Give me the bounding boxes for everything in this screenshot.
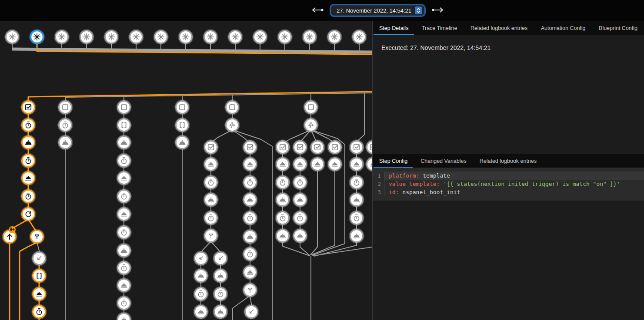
- graph-node-service-call-icon[interactable]: [310, 157, 325, 172]
- tab-step-config[interactable]: Step Config: [373, 154, 414, 168]
- graph-node-timer-icon[interactable]: [117, 225, 131, 240]
- graph-node-service-call-icon[interactable]: [32, 287, 47, 301]
- graph-node-timer-icon[interactable]: [214, 287, 228, 301]
- graph-node-code-brackets-icon[interactable]: [32, 269, 47, 283]
- graph-node-service-call-icon[interactable]: [243, 193, 257, 207]
- graph-node-code-brackets-icon[interactable]: [175, 118, 190, 132]
- graph-node-timer-icon[interactable]: [21, 154, 36, 168]
- graph-node-trigger-asterisk-icon[interactable]: [327, 30, 342, 44]
- graph-node-service-call-icon[interactable]: [117, 207, 131, 221]
- graph-node-service-call-icon[interactable]: [350, 157, 364, 172]
- graph-node-condition-checked-icon[interactable]: [276, 140, 290, 155]
- graph-node-checkbox-blank-icon[interactable]: [58, 100, 73, 115]
- graph-node-timer-icon[interactable]: [117, 261, 131, 275]
- graph-node-timer-icon[interactable]: [276, 175, 290, 190]
- graph-node-checkbox-blank-icon[interactable]: [304, 100, 318, 115]
- tab-related-logbook-entries[interactable]: Related logbook entries: [464, 21, 534, 35]
- graph-node-service-call-icon[interactable]: [214, 305, 228, 319]
- graph-node-timer-icon[interactable]: [117, 296, 131, 310]
- graph-node-service-call-icon[interactable]: [276, 157, 290, 172]
- graph-node-timer-icon[interactable]: [350, 175, 364, 190]
- graph-node-service-call-icon[interactable]: [366, 157, 373, 172]
- graph-node-trigger-asterisk-icon[interactable]: [352, 30, 367, 44]
- graph-node-trigger-asterisk-icon[interactable]: [154, 30, 168, 44]
- graph-node-timer-icon[interactable]: [243, 175, 257, 190]
- graph-node-timer-icon[interactable]: [293, 175, 307, 190]
- graph-node-service-call-icon[interactable]: [276, 229, 290, 243]
- graph-node-service-call-icon[interactable]: [328, 157, 342, 172]
- graph-node-service-call-icon[interactable]: [117, 244, 131, 258]
- graph-node-service-call-icon[interactable]: [293, 193, 307, 207]
- graph-node-condition-checked-icon[interactable]: [350, 140, 364, 155]
- graph-node-arrow-bottom-left-icon[interactable]: [32, 251, 47, 266]
- tab-step-details[interactable]: Step Details: [373, 21, 415, 35]
- graph-node-service-call-icon[interactable]: [243, 230, 257, 244]
- graph-node-call-split-icon[interactable]: [243, 283, 257, 297]
- graph-node-arrow-up-icon[interactable]: 9+: [3, 226, 17, 244]
- graph-node-condition-checked-icon[interactable]: [293, 140, 307, 155]
- graph-node-service-call-icon[interactable]: [175, 135, 190, 150]
- graph-node-service-call-icon[interactable]: [204, 157, 218, 172]
- graph-node-condition-checked-icon[interactable]: [204, 140, 218, 155]
- tab-related-logbook-entries[interactable]: Related logbook entries: [473, 154, 543, 168]
- graph-node-service-call-icon[interactable]: [276, 193, 290, 207]
- graph-node-service-call-icon[interactable]: [21, 135, 36, 150]
- graph-node-repeat-icon[interactable]: [21, 207, 36, 221]
- graph-node-service-call-icon[interactable]: [293, 229, 307, 243]
- graph-node-service-call-icon[interactable]: [58, 135, 73, 150]
- graph-node-checkbox-blank-icon[interactable]: [225, 100, 240, 115]
- graph-node-timer-icon[interactable]: [204, 211, 218, 225]
- graph-node-trigger-asterisk-icon[interactable]: [253, 30, 267, 44]
- graph-node-trigger-asterisk-icon[interactable]: [80, 30, 94, 44]
- tab-changed-variables[interactable]: Changed Variables: [414, 154, 473, 168]
- graph-node-condition-checked-icon[interactable]: [243, 140, 257, 155]
- graph-node-timer-icon[interactable]: [58, 118, 73, 132]
- graph-node-timer-icon[interactable]: [350, 211, 364, 225]
- graph-node-trigger-asterisk-icon[interactable]: [55, 30, 69, 44]
- graph-node-choose-icon[interactable]: [304, 118, 318, 132]
- graph-node-condition-checked-icon[interactable]: [328, 140, 342, 155]
- older-trace-button[interactable]: [310, 6, 325, 16]
- newer-trace-button[interactable]: [430, 6, 446, 16]
- trace-run-select[interactable]: 27. November 2022, 14:54:21: [331, 5, 424, 16]
- graph-node-trigger-asterisk-icon[interactable]: [228, 30, 243, 44]
- graph-node-code-brackets-icon[interactable]: [117, 118, 131, 132]
- graph-node-arrow-bottom-left-icon[interactable]: [214, 251, 228, 266]
- graph-node-service-call-icon[interactable]: [117, 313, 131, 320]
- graph-node-service-call-icon[interactable]: [350, 229, 364, 243]
- tab-blueprint-config[interactable]: Blueprint Config: [592, 21, 644, 35]
- graph-node-timer-icon[interactable]: [32, 305, 47, 319]
- graph-node-service-call-icon[interactable]: [21, 171, 36, 185]
- graph-node-trigger-asterisk-icon[interactable]: [303, 30, 317, 44]
- graph-node-timer-icon[interactable]: [293, 211, 307, 225]
- graph-node-timer-icon[interactable]: [21, 118, 36, 132]
- graph-node-trigger-asterisk-icon[interactable]: [278, 30, 292, 44]
- graph-node-call-split-icon[interactable]: [30, 230, 44, 244]
- graph-node-service-call-icon[interactable]: [117, 171, 131, 185]
- graph-node-service-call-icon[interactable]: [214, 269, 228, 283]
- graph-node-trigger-asterisk-icon[interactable]: [179, 30, 193, 44]
- graph-node-service-call-icon[interactable]: [293, 157, 307, 172]
- graph-node-choose-icon[interactable]: [225, 118, 240, 132]
- graph-node-check-arrow-icon[interactable]: [194, 251, 208, 266]
- tab-trace-timeline[interactable]: Trace Timeline: [415, 21, 464, 35]
- graph-node-service-call-icon[interactable]: [350, 193, 364, 207]
- graph-node-timer-icon[interactable]: [243, 211, 257, 225]
- graph-node-timer-icon[interactable]: [276, 211, 290, 225]
- graph-node-timer-icon[interactable]: [117, 154, 131, 168]
- graph-node-trigger-asterisk-icon[interactable]: [5, 30, 20, 44]
- graph-node-timer-icon[interactable]: [204, 175, 218, 190]
- graph-node-trigger-asterisk-icon[interactable]: [104, 30, 119, 44]
- graph-node-trigger-asterisk-icon[interactable]: [129, 30, 143, 44]
- graph-node-checkbox-blank-icon[interactable]: [175, 100, 190, 115]
- graph-node-checkbox-blank-icon[interactable]: [117, 100, 131, 115]
- graph-node-timer-icon[interactable]: [243, 247, 257, 261]
- graph-node-timer-icon[interactable]: [21, 189, 36, 204]
- graph-node-service-call-icon[interactable]: [194, 305, 208, 319]
- graph-node-timer-icon[interactable]: [194, 287, 208, 301]
- graph-node-service-call-icon[interactable]: [194, 269, 208, 283]
- graph-node-condition-checked-icon[interactable]: [366, 140, 373, 155]
- graph-node-trigger-asterisk-icon[interactable]: [30, 30, 44, 44]
- graph-node-arrow-bottom-left-icon[interactable]: [244, 305, 259, 319]
- graph-node-condition-checked-icon[interactable]: [21, 100, 36, 115]
